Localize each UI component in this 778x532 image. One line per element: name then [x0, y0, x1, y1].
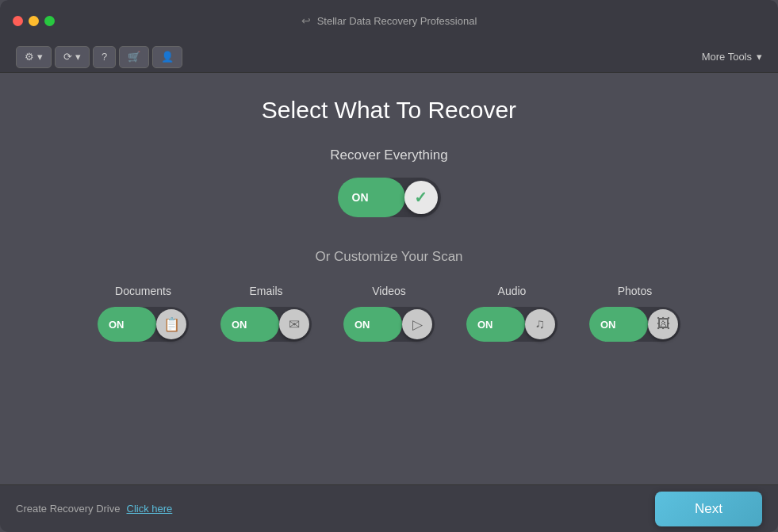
recover-everything-label: Recover Everything [330, 147, 447, 163]
videos-knob: ▷ [402, 309, 432, 339]
audio-toggle-label: ON [477, 319, 493, 331]
settings-button[interactable]: ⚙ ▾ [16, 46, 52, 68]
audio-knob: ♫ [525, 309, 555, 339]
cart-icon: 🛒 [128, 51, 140, 63]
videos-toggle-label: ON [355, 319, 370, 331]
documents-label: Documents [115, 285, 171, 297]
documents-toggle-track [98, 307, 156, 342]
cart-button[interactable]: 🛒 [119, 46, 149, 68]
settings-arrow: ▾ [37, 51, 43, 63]
categories-container: Documents ON 📋 Emails ON ✉ Videos [98, 285, 680, 342]
history-arrow: ▾ [75, 51, 81, 63]
emails-icon: ✉ [289, 316, 300, 333]
close-button[interactable] [13, 16, 23, 26]
traffic-lights [13, 16, 55, 26]
photos-label: Photos [618, 285, 653, 297]
back-icon: ↩ [301, 14, 311, 27]
photos-toggle[interactable]: ON 🖼 [589, 307, 680, 342]
category-photos: Photos ON 🖼 [589, 285, 680, 342]
emails-toggle[interactable]: ON ✉ [220, 307, 312, 342]
toolbar: ⚙ ▾ ⟳ ▾ ? 🛒 👤 More Tools ▾ [0, 41, 778, 73]
next-button[interactable]: Next [655, 492, 762, 526]
help-icon: ? [102, 51, 107, 63]
category-emails: Emails ON ✉ [220, 285, 312, 342]
account-button[interactable]: 👤 [152, 46, 182, 68]
videos-label: Videos [372, 285, 406, 297]
main-content: Select What To Recover Recover Everythin… [0, 73, 778, 484]
more-tools-label: More Tools [702, 51, 752, 63]
audio-toggle[interactable]: ON ♫ [466, 307, 558, 342]
recover-everything-toggle-container: ON ✓ [338, 178, 441, 217]
videos-toggle-track [343, 307, 402, 342]
app-title: Stellar Data Recovery Professional [317, 15, 477, 27]
documents-icon: 📋 [163, 316, 180, 333]
more-tools-button[interactable]: More Tools ▾ [702, 51, 762, 63]
audio-toggle-track [466, 307, 525, 342]
create-recovery-label: Create Recovery Drive [16, 503, 121, 515]
title-bar: ↩ Stellar Data Recovery Professional [0, 0, 778, 41]
audio-label: Audio [498, 285, 527, 297]
create-recovery-area: Create Recovery Drive Click here [16, 503, 172, 515]
documents-toggle-label: ON [109, 319, 125, 331]
history-button[interactable]: ⟳ ▾ [55, 46, 90, 68]
category-audio: Audio ON ♫ [466, 285, 558, 342]
category-videos: Videos ON ▷ [343, 285, 435, 342]
emails-knob: ✉ [279, 309, 309, 339]
more-tools-arrow: ▾ [757, 51, 762, 63]
photos-toggle-label: ON [600, 319, 616, 331]
history-icon: ⟳ [63, 51, 72, 63]
customize-scan-label: Or Customize Your Scan [315, 249, 462, 265]
toolbar-left: ⚙ ▾ ⟳ ▾ ? 🛒 👤 [16, 46, 182, 68]
recover-everything-toggle[interactable]: ON ✓ [338, 178, 441, 217]
videos-icon: ▷ [412, 316, 423, 333]
photos-knob: 🖼 [648, 309, 678, 339]
page-title: Select What To Recover [262, 97, 516, 124]
app-title-area: ↩ Stellar Data Recovery Professional [301, 14, 477, 27]
click-here-link[interactable]: Click here [127, 503, 173, 515]
category-documents: Documents ON 📋 [98, 285, 189, 342]
documents-toggle[interactable]: ON 📋 [98, 307, 189, 342]
emails-toggle-track [220, 307, 279, 342]
emails-label: Emails [249, 285, 282, 297]
audio-icon: ♫ [535, 316, 546, 332]
toggle-knob: ✓ [404, 181, 438, 214]
emails-toggle-label: ON [232, 319, 247, 331]
photos-icon: 🖼 [657, 316, 670, 332]
account-icon: 👤 [161, 51, 174, 63]
toggle-on-label: ON [352, 191, 369, 204]
videos-toggle[interactable]: ON ▷ [343, 307, 435, 342]
photos-toggle-track [589, 307, 648, 342]
toggle-track [338, 178, 405, 217]
checkmark-icon: ✓ [414, 188, 427, 207]
documents-knob: 📋 [156, 309, 186, 339]
settings-icon: ⚙ [25, 51, 34, 63]
maximize-button[interactable] [44, 16, 55, 26]
bottom-bar: Create Recovery Drive Click here Next [0, 484, 778, 532]
help-button[interactable]: ? [93, 46, 116, 68]
minimize-button[interactable] [29, 16, 39, 26]
